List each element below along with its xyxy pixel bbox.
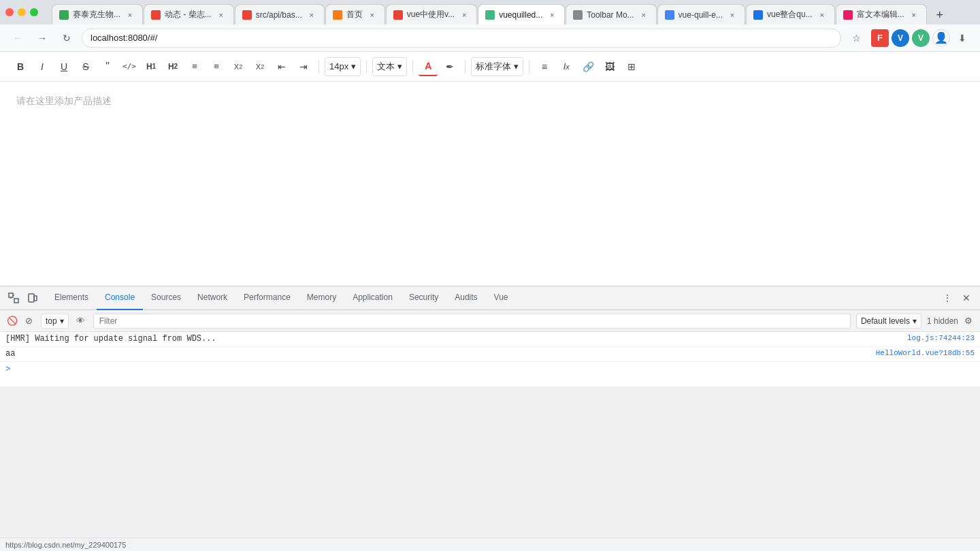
clear-console-icon[interactable]: 🚫 (5, 314, 19, 328)
tab-label-2: 动态 - 柴志... (165, 9, 212, 20)
image-button[interactable]: 🖼 (600, 57, 619, 76)
tab-close-6[interactable]: × (546, 10, 557, 20)
tab-favicon-8 (665, 10, 674, 20)
link-button[interactable]: 🔗 (578, 57, 598, 76)
tab-close-1[interactable]: × (125, 10, 135, 20)
font-color-button[interactable]: A (419, 57, 438, 76)
tab-close-8[interactable]: × (727, 10, 738, 20)
tab-favicon-6 (485, 10, 495, 20)
h1-button[interactable]: H1 (142, 57, 161, 76)
console-settings-icon[interactable]: ⚙ (962, 315, 975, 327)
devtools-more-icon[interactable]: ⋮ (939, 290, 956, 306)
hidden-count: 1 hidden ⚙ (927, 315, 975, 327)
tab-close-2[interactable]: × (216, 10, 227, 20)
tab-memory[interactable]: Memory (299, 286, 344, 310)
default-levels-label: Default levels (861, 316, 910, 326)
indent-increase-button[interactable]: ⇥ (294, 57, 313, 76)
tab-close-4[interactable]: × (367, 10, 378, 20)
tab-close-9[interactable]: × (817, 10, 828, 20)
address-input[interactable] (82, 29, 841, 48)
tab-toolbar-mo[interactable]: Toolbar Mo... × (566, 4, 656, 24)
superscript-button[interactable]: X2 (250, 57, 270, 76)
profile-f-icon[interactable]: F (871, 29, 889, 47)
indent-decrease-button[interactable]: ⇤ (272, 57, 291, 76)
editor-placeholder: 请在这里添加产品描述 (16, 95, 112, 106)
tab-homepage[interactable]: 首页 × (325, 4, 385, 24)
profile-user-icon[interactable]: 👤 (932, 29, 950, 47)
close-button[interactable] (5, 8, 14, 16)
subscript-button[interactable]: X2 (229, 57, 248, 76)
font-family-arrow: ▾ (514, 61, 519, 71)
tab-favicon-3 (242, 10, 252, 20)
tab-dongtai[interactable]: 动态 - 柴志... × (144, 4, 234, 24)
font-family-select[interactable]: 标准字体 ▾ (471, 57, 523, 76)
tab-favicon-7 (573, 10, 583, 20)
tab-close-5[interactable]: × (459, 10, 470, 20)
default-levels-select[interactable]: Default levels ▾ (856, 314, 921, 329)
inspect-element-icon[interactable] (5, 290, 22, 306)
back-button[interactable]: ← (8, 29, 27, 48)
tab-console[interactable]: Console (97, 286, 143, 310)
tab-rich-editor[interactable]: 富文本编辑... × (836, 4, 927, 24)
refresh-button[interactable]: ↻ (57, 29, 76, 48)
italic-button[interactable]: I (33, 57, 52, 76)
bookmark-icon[interactable]: ☆ (847, 29, 866, 48)
table-button[interactable]: ⊞ (622, 57, 641, 76)
tab-vue-zhenghe[interactable]: vue整合qu... × (746, 4, 835, 24)
new-tab-button[interactable]: + (930, 5, 949, 24)
blockquote-button[interactable]: " (98, 57, 117, 76)
tab-sources[interactable]: Sources (143, 286, 189, 310)
font-size-arrow: ▾ (351, 61, 356, 71)
profile-v-icon[interactable]: V (892, 29, 909, 47)
console-filter-input[interactable] (93, 314, 851, 329)
tab-application[interactable]: Application (344, 286, 401, 310)
tab-vue-use[interactable]: vue中使用v... × (386, 4, 477, 24)
tab-label-7: Toolbar Mo... (587, 10, 634, 20)
code-button[interactable]: </> (120, 57, 139, 76)
maximize-button[interactable] (30, 8, 38, 16)
tab-vue-quill[interactable]: vue-quill-e... × (657, 4, 745, 24)
h2-button[interactable]: H2 (163, 57, 182, 76)
download-icon[interactable]: ⬇ (953, 29, 972, 48)
tab-label-1: 赛泰克生物... (73, 9, 120, 20)
context-select[interactable]: top ▾ (41, 314, 69, 329)
align-button[interactable]: ≡ (535, 57, 554, 76)
eye-icon[interactable]: 👁 (74, 314, 88, 328)
console-source-hmr[interactable]: log.js:74244:23 (907, 334, 975, 342)
tab-favicon-2 (151, 10, 161, 20)
tab-close-7[interactable]: × (638, 10, 649, 20)
device-toolbar-icon[interactable] (24, 290, 41, 306)
minimize-button[interactable] (18, 8, 26, 16)
clear-format-button[interactable]: Ix (557, 57, 576, 76)
font-size-select[interactable]: 14px ▾ (325, 57, 361, 76)
tab-close-10[interactable]: × (909, 10, 919, 20)
tab-network[interactable]: Network (189, 286, 235, 310)
strikethrough-button[interactable]: S (76, 57, 95, 76)
tab-src-api[interactable]: src/api/bas... × (235, 4, 325, 24)
highlight-button[interactable]: ✒ (440, 57, 459, 76)
tab-audits[interactable]: Audits (446, 286, 485, 310)
console-source-aa[interactable]: HelloWorld.vue?18db:55 (876, 349, 975, 357)
unordered-list-button[interactable]: ≡ (207, 57, 226, 76)
console-line-aa: aa HelloWorld.vue?18db:55 (0, 347, 980, 362)
profile-vue-icon[interactable]: V (912, 29, 930, 47)
hidden-count-text: 1 hidden (927, 316, 958, 326)
tab-vuequilled[interactable]: vuequilled... × (478, 4, 565, 24)
tab-security[interactable]: Security (401, 286, 446, 310)
tab-performance[interactable]: Performance (235, 286, 299, 310)
editor-area[interactable]: 请在这里添加产品描述 (0, 82, 980, 286)
console-toolbar-icons: 🚫 ⊘ (5, 314, 35, 328)
devtools-close-icon[interactable]: ✕ (958, 290, 975, 306)
tab-vue[interactable]: Vue (486, 286, 517, 310)
console-filter-icon[interactable]: ⊘ (22, 314, 35, 328)
tab-close-3[interactable]: × (306, 10, 317, 20)
ordered-list-button[interactable]: ≡ (185, 57, 204, 76)
bold-button[interactable]: B (11, 57, 30, 76)
tab-elements[interactable]: Elements (46, 286, 97, 310)
underline-button[interactable]: U (54, 57, 74, 76)
tab-saitaike[interactable]: 赛泰克生物... × (52, 4, 143, 24)
text-color-select[interactable]: 文本 ▾ (372, 57, 407, 76)
tab-favicon-4 (333, 10, 342, 20)
forward-button[interactable]: → (33, 29, 52, 48)
console-prompt[interactable]: > (0, 362, 980, 377)
